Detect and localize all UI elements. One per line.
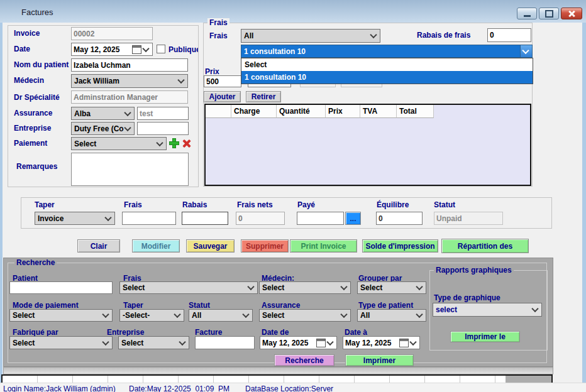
date-label: Date	[14, 45, 30, 53]
chevron-down-icon	[370, 31, 377, 38]
results-grid-header[interactable]	[1, 374, 553, 383]
window-title: Factures	[21, 8, 53, 17]
recherche-button[interactable]: Recherche	[274, 354, 334, 366]
charge-combo-value: 1 consultation 10	[244, 48, 306, 55]
search-patient-field[interactable]	[9, 281, 113, 294]
summary-frais-field[interactable]	[122, 212, 176, 225]
insurance-label: Assurance	[14, 109, 52, 117]
invoice-number-field[interactable]: 00002	[71, 27, 153, 40]
specialty-field[interactable]: Adminstration Manager	[71, 90, 188, 104]
print-invoice-button[interactable]: Print Invoice	[290, 239, 357, 253]
close-icon	[567, 10, 576, 18]
sauvegar-button[interactable]: Sauvegar	[186, 239, 235, 253]
search-date-a-picker[interactable]: May 12, 2025	[343, 336, 420, 349]
search-date-a-label: Date à	[345, 328, 367, 337]
paye-field[interactable]	[297, 212, 344, 225]
delete-icon[interactable]	[182, 139, 191, 148]
maximize-button[interactable]	[539, 8, 559, 19]
search-mode-label: Mode de paiement	[13, 301, 79, 310]
imprimer-button[interactable]: Imprimer	[345, 354, 414, 366]
frais-nets-field[interactable]: 0	[236, 212, 285, 225]
chevron-down-icon	[247, 283, 254, 290]
ajouter-button[interactable]: Ajouter	[204, 91, 241, 102]
status-login: Login Name:Jack William (admin)	[3, 384, 116, 392]
results-grid-filler	[506, 376, 551, 383]
paye-dots-button[interactable]: ...	[345, 212, 361, 225]
retirer-button[interactable]: Retirer	[246, 91, 281, 102]
search-statut-combo[interactable]: All	[189, 309, 253, 322]
search-medecin-combo[interactable]: Select	[259, 281, 351, 294]
company-combo[interactable]: Duty Free (Co	[71, 122, 135, 135]
insurance-combo[interactable]: Alba	[71, 107, 135, 120]
close-button[interactable]	[561, 8, 582, 19]
minimize-button[interactable]	[517, 8, 537, 19]
title-bar	[0, 0, 586, 23]
chevron-down-icon	[326, 338, 333, 345]
search-entreprise-combo[interactable]: Select	[118, 336, 189, 349]
insurance-text-field[interactable]: test	[137, 107, 189, 120]
company-label: Entreprise	[14, 124, 51, 133]
doctor-combo[interactable]: Jack William	[71, 74, 188, 88]
doctor-value: Jack William	[74, 77, 119, 85]
summary-rabais-field[interactable]	[182, 212, 228, 225]
chevron-down-icon	[174, 311, 180, 318]
rabais-frais-field[interactable]: 0	[487, 28, 531, 42]
company-text-field[interactable]	[137, 122, 189, 135]
horizontal-scrollbar[interactable]	[3, 367, 553, 374]
imprimer-le-button[interactable]: Imprimer le	[450, 331, 520, 342]
chevron-down-icon	[416, 283, 423, 290]
payment-combo[interactable]: Select	[71, 137, 167, 150]
equilibre-field[interactable]: 0	[376, 212, 423, 225]
grid-col-selector	[206, 105, 231, 118]
prix-field[interactable]: 500	[204, 75, 241, 87]
solde-impression-button[interactable]: Solde d'impression	[362, 239, 438, 253]
statut-field[interactable]: Unpaid	[434, 212, 503, 225]
rabais-frais-label: Rabais de frais	[417, 31, 470, 40]
taper-combo[interactable]: Invoice	[35, 212, 115, 225]
search-taper-combo[interactable]: -Select-	[119, 309, 184, 322]
search-mode-combo[interactable]: Select	[9, 309, 113, 322]
clair-button[interactable]: Clair	[77, 239, 120, 253]
dropdown-button[interactable]	[520, 45, 532, 57]
invoice-date-picker[interactable]: May 12, 2025	[71, 43, 153, 56]
invoice-date-value: May 12, 2025	[74, 46, 119, 53]
search-fabrique-combo[interactable]: Select	[9, 336, 113, 349]
search-type-patient-combo[interactable]: All	[357, 309, 426, 322]
insurance-value: Alba	[74, 110, 91, 117]
patient-name-field[interactable]: Izabela Uchman	[71, 58, 188, 72]
modifier-button[interactable]: Modifier	[132, 239, 180, 253]
charges-grid[interactable]: Charge Quantité Prix TVA Total	[204, 104, 531, 186]
frais-label: Frais	[209, 31, 228, 40]
frais-nets-label: Frais nets	[237, 200, 273, 209]
frais-filter-combo[interactable]: All	[241, 29, 380, 43]
type-graphique-combo[interactable]: select	[433, 303, 542, 317]
specialty-label: Dr Spécialité	[14, 93, 60, 102]
search-fabrique-value: Select	[13, 339, 35, 347]
search-frais-value: Select	[123, 284, 145, 291]
search-date-de-picker[interactable]: May 12, 2025	[260, 336, 337, 349]
chevron-down-icon	[531, 305, 538, 312]
chevron-down-icon	[340, 283, 347, 290]
search-frais-combo[interactable]: Select	[119, 281, 258, 294]
calendar-icon	[316, 339, 326, 347]
remarks-textarea[interactable]	[71, 153, 189, 186]
charge-combo-open[interactable]: 1 consultation 10	[241, 45, 533, 58]
maximize-icon	[545, 10, 553, 18]
repartition-button[interactable]: Répartition des	[441, 239, 529, 253]
publique-checkbox[interactable]	[157, 45, 165, 53]
add-icon[interactable]	[169, 138, 179, 148]
search-facture-field[interactable]	[195, 336, 255, 349]
grid-col-quantite: Quantité	[277, 105, 326, 118]
search-statut-value: All	[192, 312, 201, 319]
search-type-patient-label: Type de patient	[358, 301, 413, 310]
summary-frais-label: Frais	[124, 200, 142, 209]
search-statut-label: Statut	[189, 301, 210, 310]
chevron-down-icon	[124, 124, 131, 131]
charge-combo-popup: Select 1 consultation 10	[241, 58, 533, 84]
search-assurance-combo[interactable]: Select	[259, 309, 351, 322]
search-grouper-combo[interactable]: Select	[357, 281, 426, 294]
supprimer-button[interactable]: Supprimer	[241, 239, 289, 253]
chevron-down-icon	[102, 338, 109, 345]
popup-item-select[interactable]: Select	[241, 58, 533, 71]
popup-item-consultation[interactable]: 1 consultation 10	[241, 71, 533, 84]
